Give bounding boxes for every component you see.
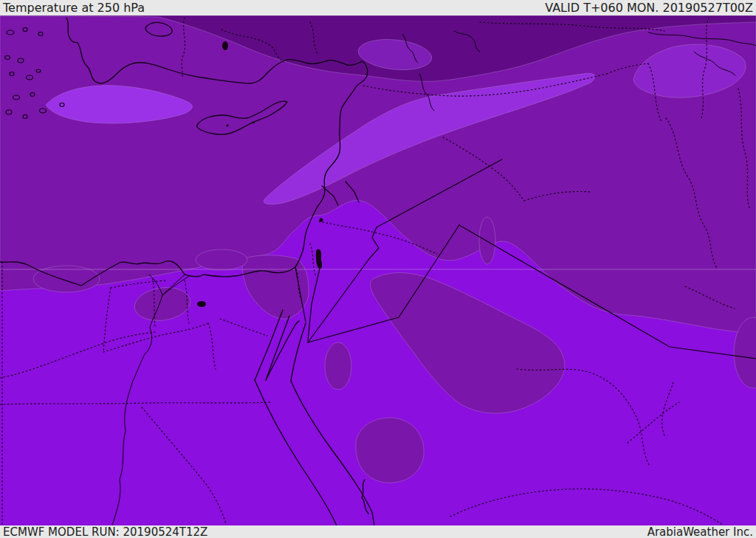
credit-label: ArabiaWeather Inc. xyxy=(647,525,753,538)
map-title: Temperature at 250 hPa xyxy=(3,1,145,15)
temperature-map-svg xyxy=(0,15,756,525)
valid-time-label: VALID T+060 MON. 20190527T00Z xyxy=(545,1,753,15)
temp-pocket-cold-east-jordan xyxy=(479,217,495,264)
footer-bar: ECMWF MODEL RUN: 20190524T12Z ArabiaWeat… xyxy=(0,525,756,538)
cyprus-town-dot-a xyxy=(252,122,255,124)
temp-pocket-cold-delta xyxy=(196,249,247,270)
weather-map-app: Temperature at 250 hPa VALID T+060 MON. … xyxy=(0,0,756,538)
cyprus-town-dot-b xyxy=(227,125,229,127)
fayum-lake xyxy=(197,301,206,307)
anatolia-lake xyxy=(222,41,228,50)
model-run-label: ECMWF MODEL RUN: 20190524T12Z xyxy=(3,525,207,538)
header-bar: Temperature at 250 hPa VALID T+060 MON. … xyxy=(0,0,756,15)
temp-pocket-cold-oval xyxy=(325,342,351,390)
temp-pocket-cold-hejaz xyxy=(356,418,424,483)
map-canvas xyxy=(0,15,756,525)
